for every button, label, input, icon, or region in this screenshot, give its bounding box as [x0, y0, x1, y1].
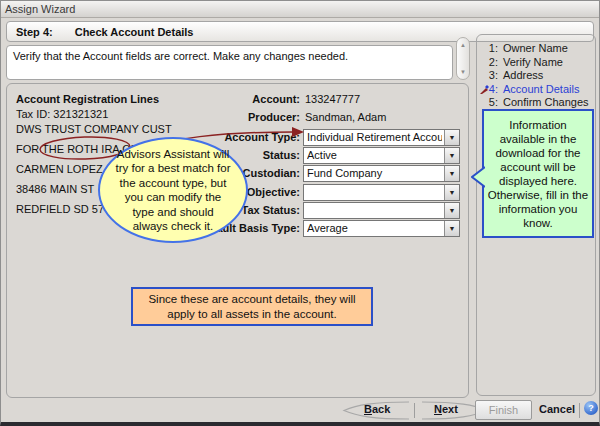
dropdown-arrow-icon[interactable]: ▼ — [444, 148, 459, 163]
account-number-value: 133247777 — [305, 93, 360, 105]
back-button[interactable]: Back — [339, 400, 411, 421]
dropdown-arrow-icon[interactable]: ▼ — [444, 185, 459, 200]
step-item-verify-name: 2: Verify Name — [477, 56, 595, 70]
account-number-label: Account: — [127, 93, 300, 105]
step-item-number: 1: — [477, 42, 498, 56]
orange-callout-text: Since these are account details, they wi… — [148, 292, 355, 322]
registration-line-taxid: Tax ID: 321321321 — [16, 108, 108, 120]
back-mnemonic: B — [364, 403, 372, 415]
yellow-callout-balloon: Advisors Assistant will try for a best m… — [98, 137, 248, 243]
help-button[interactable]: ? — [584, 401, 598, 415]
status-dropdown[interactable]: Active ▼ — [303, 147, 460, 164]
step-item-number: 3: — [477, 69, 498, 83]
instruction-scrollbar[interactable]: ▲ ▼ — [456, 37, 470, 80]
scroll-down-icon[interactable]: ▼ — [457, 68, 469, 76]
dropdown-arrow-icon[interactable]: ▼ — [444, 166, 459, 181]
account-type-dropdown[interactable]: Individual Retirement Account ▼ — [303, 129, 460, 146]
producer-value: Sandman, Adam — [305, 111, 386, 123]
step-item-label: Address — [503, 69, 543, 83]
wizard-steps-list: 1: Owner Name 2: Verify Name 3: Address … — [477, 35, 595, 110]
back-label: ack — [372, 403, 390, 415]
custodian-dropdown[interactable]: Fund Company ▼ — [303, 165, 460, 182]
custodian-value: Fund Company — [307, 167, 442, 179]
step-item-account-details-current: 4: Account Details — [477, 83, 595, 97]
producer-label: Producer: — [127, 111, 300, 123]
status-value: Active — [307, 149, 442, 161]
step-title: Check Account Details — [75, 26, 194, 38]
dropdown-arrow-icon[interactable]: ▼ — [444, 130, 459, 145]
instruction-text-box: Verify that the Account fields are corre… — [6, 45, 453, 80]
step-item-owner-name: 1: Owner Name — [477, 42, 595, 56]
default-basis-type-row: Default Basis Type: Average ▼ — [7, 220, 467, 237]
dropdown-arrow-icon[interactable]: ▼ — [444, 221, 459, 236]
step-item-address: 3: Address — [477, 69, 595, 83]
tax-status-dropdown[interactable]: ▼ — [303, 202, 460, 219]
account-type-row: Account Type: Individual Retirement Acco… — [7, 129, 467, 146]
step-item-number: 2: — [477, 56, 498, 70]
assign-wizard-window: Assign Wizard Step 4: Check Account Deta… — [0, 0, 600, 426]
cancel-button[interactable]: Cancel — [539, 403, 575, 415]
green-callout-text: Information available in the download fo… — [488, 118, 588, 230]
default-basis-type-dropdown[interactable]: Average ▼ — [303, 220, 460, 237]
step-item-label: Account Details — [503, 83, 579, 97]
objective-dropdown[interactable]: ▼ — [303, 184, 460, 201]
step-item-label: Verify Name — [503, 56, 563, 70]
step-number: Step 4: — [16, 26, 53, 38]
next-label: ext — [442, 403, 458, 415]
scroll-up-icon[interactable]: ▲ — [457, 41, 469, 49]
orange-note-callout: Since these are account details, they wi… — [131, 287, 373, 326]
question-mark-icon: ? — [588, 403, 594, 413]
title-bar: Assign Wizard — [1, 1, 599, 18]
current-step-pointer-icon — [479, 85, 489, 95]
instruction-text: Verify that the Account fields are corre… — [13, 50, 348, 62]
callout-tail-left — [471, 166, 485, 188]
step-item-confirm-changes: 5: Confirm Changes — [477, 96, 595, 110]
next-mnemonic: N — [434, 403, 442, 415]
footer-separator — [579, 403, 580, 418]
green-info-callout: Information available in the download fo… — [482, 109, 594, 238]
default-basis-type-value: Average — [307, 222, 442, 234]
account-type-value: Individual Retirement Account — [307, 131, 442, 143]
step-item-number: 5: — [477, 96, 498, 110]
footer-separator — [414, 403, 415, 418]
window-title: Assign Wizard — [5, 3, 75, 15]
dropdown-arrow-icon[interactable]: ▼ — [444, 203, 459, 218]
account-details-panel: Account Registration Lines Tax ID: 32132… — [6, 83, 469, 398]
step-item-label: Owner Name — [503, 42, 568, 56]
footer-button-bar: Back Next Finish Cancel ? — [1, 399, 599, 423]
step-item-label: Confirm Changes — [503, 96, 589, 110]
finish-button[interactable]: Finish — [475, 400, 532, 420]
